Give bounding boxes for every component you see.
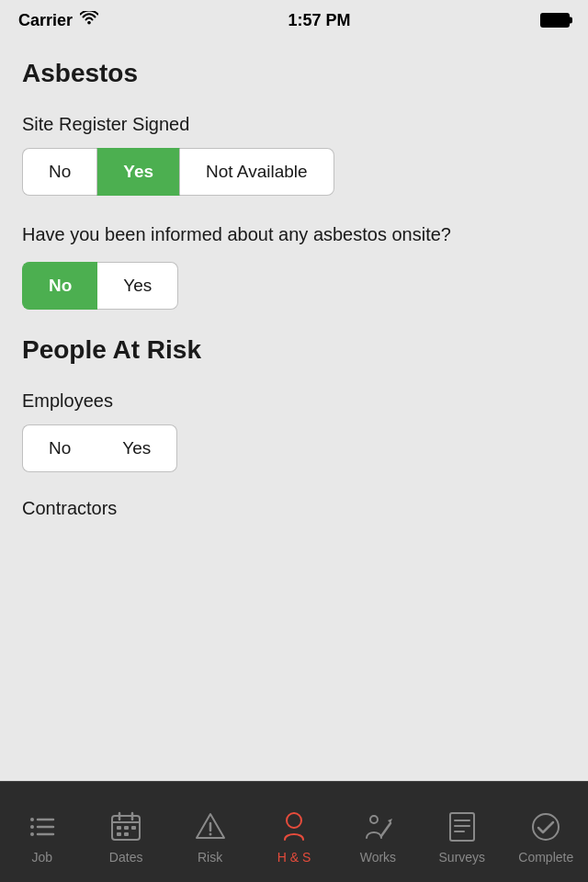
employees-toggle: No Yes	[22, 424, 566, 472]
site-register-field: Site Register Signed No Yes Not Availabl…	[22, 114, 566, 196]
employees-label: Employees	[22, 390, 566, 412]
tab-bar: Job Dates Risk	[0, 781, 588, 882]
svg-rect-11	[117, 826, 121, 830]
asbestos-question-field: Have you been informed about any asbesto…	[22, 221, 566, 310]
risk-icon	[193, 809, 228, 844]
site-register-label: Site Register Signed	[22, 114, 566, 135]
tab-works[interactable]: Works	[336, 800, 420, 865]
tab-hs-label: H & S	[277, 850, 311, 865]
status-bar: Carrier 1:57 PM	[0, 0, 588, 40]
tab-dates[interactable]: Dates	[84, 800, 167, 865]
complete-icon	[528, 809, 563, 844]
tab-surveys[interactable]: Surveys	[420, 800, 503, 865]
svg-rect-15	[124, 832, 129, 836]
employees-no[interactable]: No	[22, 424, 96, 472]
page-title: Asbestos	[22, 59, 566, 88]
svg-rect-13	[131, 826, 136, 830]
svg-point-1	[30, 818, 34, 821]
carrier-info: Carrier	[18, 11, 98, 30]
tab-hs[interactable]: H & S	[252, 800, 335, 865]
svg-point-25	[533, 814, 559, 840]
people-at-risk-title: People At Risk	[22, 335, 566, 365]
site-register-not-available[interactable]: Not Available	[180, 148, 334, 196]
job-icon	[25, 809, 60, 844]
battery-icon	[540, 13, 570, 28]
asbestos-no[interactable]: No	[22, 262, 97, 310]
svg-point-3	[30, 825, 34, 829]
tab-surveys-label: Surveys	[439, 850, 486, 865]
asbestos-toggle: No Yes	[22, 262, 566, 310]
contractors-label: Contractors	[22, 498, 566, 519]
tab-works-label: Works	[360, 850, 396, 865]
wifi-icon	[80, 11, 98, 29]
site-register-yes[interactable]: Yes	[96, 148, 180, 196]
employees-yes[interactable]: Yes	[96, 424, 177, 472]
asbestos-question-label: Have you been informed about any asbesto…	[22, 221, 566, 247]
svg-point-5	[30, 832, 34, 836]
tab-dates-label: Dates	[109, 850, 143, 865]
contractors-field: Contractors	[22, 498, 566, 519]
time-display: 1:57 PM	[288, 11, 351, 30]
svg-point-17	[209, 832, 211, 835]
svg-point-19	[370, 816, 378, 823]
svg-rect-14	[117, 832, 121, 836]
works-icon	[360, 809, 395, 844]
tab-complete[interactable]: Complete	[504, 800, 588, 865]
svg-point-18	[287, 813, 301, 828]
dates-icon	[108, 809, 143, 844]
site-register-no[interactable]: No	[22, 148, 96, 196]
employees-field: Employees No Yes	[22, 390, 566, 472]
asbestos-yes[interactable]: Yes	[97, 262, 178, 310]
carrier-label: Carrier	[18, 11, 73, 30]
tab-risk-label: Risk	[198, 850, 222, 865]
battery-indicator	[540, 13, 570, 28]
svg-point-0	[87, 21, 91, 25]
main-content: Asbestos Site Register Signed No Yes Not…	[0, 40, 588, 781]
hs-icon	[277, 809, 311, 844]
people-at-risk-section: People At Risk Employees No Yes Contract…	[22, 335, 566, 519]
tab-job-label: Job	[31, 850, 52, 865]
svg-line-20	[381, 823, 390, 836]
site-register-toggle: No Yes Not Available	[22, 148, 566, 196]
svg-rect-12	[124, 826, 129, 830]
surveys-icon	[445, 809, 480, 844]
tab-job[interactable]: Job	[0, 800, 84, 865]
tab-complete-label: Complete	[518, 850, 573, 865]
tab-risk[interactable]: Risk	[168, 800, 252, 865]
